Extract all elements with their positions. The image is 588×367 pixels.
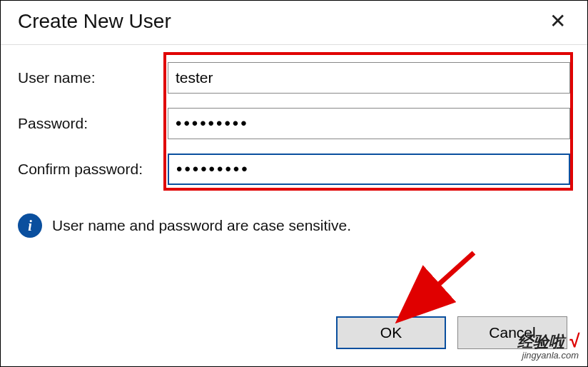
username-input[interactable] — [168, 62, 570, 94]
username-row: User name: — [18, 62, 570, 94]
cancel-button[interactable]: Cancel — [457, 316, 567, 349]
confirm-password-row: Confirm password: — [18, 154, 570, 185]
create-user-dialog: Create New User ✕ User name: Password: C… — [0, 0, 588, 367]
info-text: User name and password are case sensitiv… — [52, 217, 351, 234]
info-icon: i — [18, 213, 42, 238]
confirm-password-label: Confirm password: — [18, 161, 168, 178]
info-row: i User name and password are case sensit… — [1, 199, 587, 238]
svg-line-1 — [402, 253, 474, 317]
ok-button[interactable]: OK — [336, 316, 446, 349]
password-row: Password: — [18, 108, 570, 139]
form-area: User name: Password: Confirm password: — [1, 45, 587, 185]
username-label: User name: — [18, 69, 168, 86]
password-input[interactable] — [168, 108, 570, 139]
close-icon: ✕ — [549, 10, 566, 32]
button-bar: OK Cancel — [336, 316, 567, 349]
confirm-password-input[interactable] — [168, 154, 570, 185]
dialog-title: Create New User — [18, 10, 171, 33]
watermark-check-icon: √ — [569, 330, 579, 351]
close-button[interactable]: ✕ — [542, 9, 573, 33]
title-bar: Create New User ✕ — [1, 1, 587, 45]
password-label: Password: — [18, 115, 168, 132]
watermark-url: jingyanla.com — [517, 350, 579, 361]
